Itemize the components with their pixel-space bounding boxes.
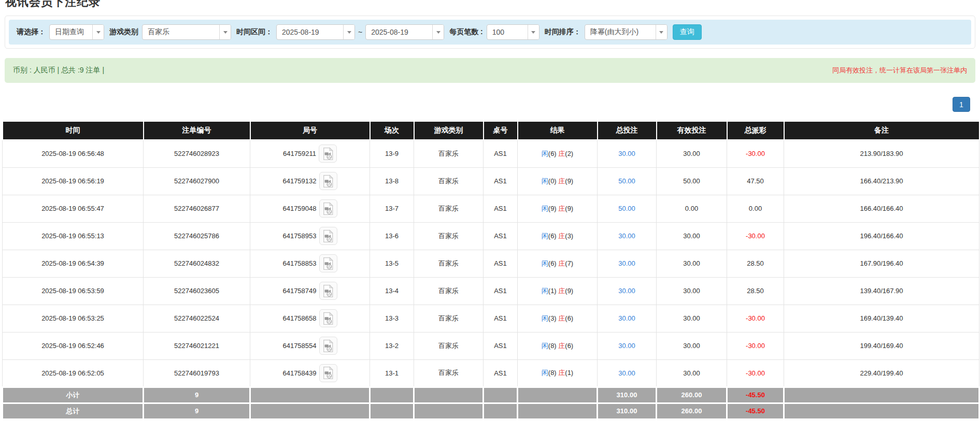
table-row: 2025-08-19 06:55:13522746025786641758953…: [3, 222, 979, 250]
chevron-down-icon[interactable]: [219, 25, 231, 39]
cell-payout: 28.50: [727, 277, 784, 305]
chevron-down-icon[interactable]: [343, 25, 354, 39]
round-video-button[interactable]: [319, 172, 337, 190]
round-video-button[interactable]: [319, 144, 337, 163]
cell-remark: 229.40/199.40: [784, 359, 979, 387]
round-video-button[interactable]: [319, 337, 337, 355]
total-bet-link[interactable]: 50.00: [618, 177, 635, 185]
table-body: 2025-08-19 06:56:48522746028923641759211…: [3, 140, 979, 387]
total-valid-bet: 260.00: [657, 403, 727, 419]
cell-bet-id: 522746028923: [144, 140, 250, 167]
video-file-icon: [322, 339, 334, 353]
filter-bar: 请选择： 日期查询 游戏类别 百家乐 时间区间： 2025-08-19 ~ 20…: [9, 20, 971, 45]
cell-total-bet: 30.00: [598, 277, 657, 305]
round-video-button[interactable]: [319, 309, 337, 327]
total-payout: -45.50: [727, 403, 784, 419]
summary-currency-count: 币别 : 人民币 | 总共 :9 注单 |: [13, 66, 104, 75]
cell-time: 2025-08-19 06:55:47: [3, 195, 144, 222]
cell-game-type: 百家乐: [414, 359, 484, 387]
subtotal-row: 小计 9 310.00 260.00 -45.50: [3, 387, 979, 403]
range-separator: ~: [358, 28, 362, 36]
table-row: 2025-08-19 06:52:46522746021221641758554…: [3, 332, 979, 359]
subtotal-payout: -45.50: [727, 387, 784, 403]
total-bet-link[interactable]: 30.00: [618, 342, 635, 350]
cell-total-bet: 30.00: [598, 305, 657, 332]
game-type-label: 游戏类别: [109, 27, 138, 37]
round-video-button[interactable]: [319, 199, 337, 218]
date-from-value: 2025-08-19: [277, 25, 343, 39]
total-bet-link[interactable]: 30.00: [618, 369, 635, 377]
cell-payout: -30.00: [727, 305, 784, 332]
cell-result: 闲(6) 庄(2): [518, 140, 598, 167]
cell-remark: 166.40/213.90: [784, 167, 979, 195]
video-file-icon: [322, 257, 334, 270]
table-row: 2025-08-19 06:55:47522746026877641759048…: [3, 195, 979, 222]
page-size-select[interactable]: 100: [487, 24, 539, 40]
cell-session: 13-6: [370, 222, 414, 250]
summary-bar: 币别 : 人民币 | 总共 :9 注单 | 同局有效投注，统一计算在该局第一张注…: [5, 58, 975, 83]
cell-total-bet: 30.00: [598, 140, 657, 167]
cell-bet-id: 522746024832: [144, 250, 250, 277]
total-bet-link[interactable]: 30.00: [618, 314, 635, 322]
sort-select[interactable]: 降幂(由大到小): [585, 24, 667, 40]
video-file-icon: [322, 147, 334, 161]
total-bet-link[interactable]: 50.00: [618, 205, 635, 212]
cell-session: 13-4: [370, 277, 414, 305]
cell-table-no: AS1: [484, 277, 518, 305]
cell-time: 2025-08-19 06:56:48: [3, 140, 144, 167]
chevron-down-icon[interactable]: [656, 25, 667, 39]
cell-round-id: 641758439: [250, 359, 370, 387]
round-video-button[interactable]: [319, 227, 337, 245]
total-bet-link[interactable]: 30.00: [618, 232, 635, 240]
cell-table-no: AS1: [484, 222, 518, 250]
game-type-select[interactable]: 百家乐: [142, 24, 231, 40]
video-file-icon: [322, 366, 334, 380]
page-button-1[interactable]: 1: [953, 97, 970, 112]
search-button[interactable]: 查询: [673, 24, 702, 40]
query-type-value: 日期查询: [50, 25, 92, 39]
cell-round-id: 641758749: [250, 277, 370, 305]
chevron-down-icon[interactable]: [92, 25, 104, 39]
cell-bet-id: 522746021221: [144, 332, 250, 359]
cell-payout: 28.50: [727, 250, 784, 277]
cell-game-type: 百家乐: [414, 195, 484, 222]
cell-time: 2025-08-19 06:55:13: [3, 222, 144, 250]
round-video-button[interactable]: [319, 282, 337, 300]
date-from-select[interactable]: 2025-08-19: [276, 24, 355, 40]
chevron-down-icon[interactable]: [432, 25, 444, 39]
cell-game-type: 百家乐: [414, 305, 484, 332]
cell-session: 13-8: [370, 167, 414, 195]
total-bet-link[interactable]: 30.00: [618, 150, 635, 157]
query-type-label: 请选择：: [17, 27, 46, 37]
cell-table-no: AS1: [484, 305, 518, 332]
video-file-icon: [322, 229, 334, 243]
date-to-select[interactable]: 2025-08-19: [365, 24, 444, 40]
cell-result: 闲(9) 庄(9): [518, 195, 598, 222]
pagination: 1: [0, 97, 970, 112]
cell-remark: 213.90/183.90: [784, 140, 979, 167]
cell-time: 2025-08-19 06:54:39: [3, 250, 144, 277]
round-video-button[interactable]: [319, 364, 337, 382]
cell-valid-bet: 30.00: [657, 332, 727, 359]
video-file-icon: [322, 202, 334, 215]
query-type-select[interactable]: 日期查询: [49, 24, 104, 40]
total-count: 9: [144, 403, 250, 419]
header-bet-id: 注单编号: [144, 121, 250, 140]
page-title: 视讯会员下注纪录: [5, 0, 980, 8]
cell-table-no: AS1: [484, 332, 518, 359]
cell-remark: 166.40/166.40: [784, 195, 979, 222]
total-bet-link[interactable]: 30.00: [618, 259, 635, 267]
table-footer: 小计 9 310.00 260.00 -45.50 总计 9 310.00 26…: [3, 387, 979, 419]
video-file-icon: [322, 175, 334, 188]
round-video-button[interactable]: [319, 254, 337, 272]
cell-result: 闲(3) 庄(6): [518, 305, 598, 332]
cell-payout: -30.00: [727, 222, 784, 250]
chevron-down-icon[interactable]: [528, 25, 539, 39]
cell-remark: 169.40/139.40: [784, 305, 979, 332]
cell-bet-id: 522746027900: [144, 167, 250, 195]
header-time: 时间: [3, 121, 144, 140]
cell-total-bet: 30.00: [598, 222, 657, 250]
total-bet-link[interactable]: 30.00: [618, 287, 635, 295]
cell-round-id: 641759132: [250, 167, 370, 195]
cell-bet-id: 522746022524: [144, 305, 250, 332]
